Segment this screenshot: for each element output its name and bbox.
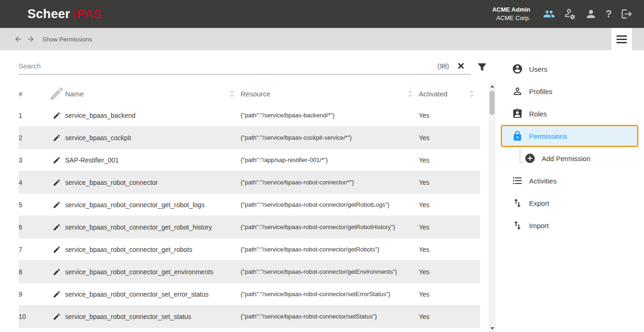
permission-resource: {"path":"/service/bpaas-backend/*"} xyxy=(241,112,419,119)
column-resource[interactable]: Resource xyxy=(241,90,419,98)
edit-icon[interactable] xyxy=(53,290,61,298)
permission-resource: {"path":"/service/bpaas-robot-connector/… xyxy=(241,246,419,253)
permissions-table: # Name Resource Activated xyxy=(19,83,480,328)
table-row[interactable]: 4 service_bpaas_robot_connector {"path":… xyxy=(19,171,480,194)
permission-name: service_bpaas_robot_connector xyxy=(65,179,241,186)
permission-activated: Yes xyxy=(419,291,480,298)
permission-resource: {"path":"/service/bpaas-robot-connector/… xyxy=(241,313,419,320)
permission-activated: Yes xyxy=(419,268,480,276)
column-edit xyxy=(48,85,65,102)
sort-icon[interactable] xyxy=(406,90,414,98)
table-row[interactable]: 6 service_bpaas_robot_connector_get_robo… xyxy=(19,216,480,238)
activities-list-icon xyxy=(512,175,523,186)
edit-icon[interactable] xyxy=(53,245,61,254)
add-circle-icon xyxy=(524,153,536,164)
search-input[interactable] xyxy=(19,62,434,70)
edit-icon[interactable] xyxy=(53,223,61,231)
sidebar-label: Roles xyxy=(529,110,547,118)
column-number[interactable]: # xyxy=(19,90,48,98)
sidebar-item-export[interactable]: Export xyxy=(501,192,638,214)
sidebar-item-import[interactable]: Import xyxy=(501,214,638,237)
permission-activated: Yes xyxy=(419,201,480,209)
account-info: ACME Admin ACME Corp. xyxy=(492,6,530,22)
person-icon[interactable] xyxy=(585,8,597,20)
account-name: ACME Admin xyxy=(492,6,530,14)
admin-sidebar: Users Profiles Roles Permissions Add Per… xyxy=(501,50,638,332)
menu-icon[interactable] xyxy=(611,28,632,50)
logout-icon[interactable] xyxy=(621,8,633,20)
brand-mark-icon xyxy=(11,8,24,20)
row-number: 6 xyxy=(19,224,48,231)
edit-icon[interactable] xyxy=(53,312,61,321)
sidebar-label: Add Permission xyxy=(542,155,590,163)
user-settings-icon[interactable] xyxy=(564,8,576,20)
sidebar-item-activities[interactable]: Activities xyxy=(501,169,638,192)
permission-name: service_bpaas_robot_connector_get_robots xyxy=(65,246,241,253)
permission-name: service_bpaas_robot_connector_get_robot_… xyxy=(65,201,241,209)
edit-icon[interactable] xyxy=(53,134,61,142)
scroll-up-icon[interactable] xyxy=(489,83,496,90)
edit-icon[interactable] xyxy=(53,201,61,209)
edit-icon[interactable] xyxy=(53,268,61,276)
brand-logo: Scheer PAS xyxy=(11,7,102,21)
groups-icon[interactable] xyxy=(543,8,555,20)
row-number: 3 xyxy=(19,156,48,164)
forward-icon[interactable] xyxy=(27,35,35,43)
app-header: Scheer PAS ACME Admin ACME Corp. ? xyxy=(0,0,644,28)
edit-header-icon xyxy=(48,85,65,102)
sort-icon[interactable] xyxy=(228,90,236,98)
brand-name: Scheer xyxy=(27,7,70,21)
scroll-down-icon[interactable] xyxy=(489,325,496,332)
table-header: # Name Resource Activated xyxy=(19,83,480,104)
permission-resource: {"path":"/service/bpaas-robot-connector/… xyxy=(241,268,419,275)
permission-resource: {"path":"/service/bpaas-robot-connector/… xyxy=(241,201,419,208)
edit-icon[interactable] xyxy=(53,156,61,164)
table-row[interactable]: 2 service_bpaas_cockpit {"path":"/servic… xyxy=(19,127,480,149)
roles-icon xyxy=(512,108,523,119)
table-row[interactable]: 10 service_bpaas_robot_connector_set_sta… xyxy=(19,305,480,328)
sidebar-item-permissions[interactable]: Permissions xyxy=(501,125,638,147)
brand-suffix: PAS xyxy=(77,7,102,21)
sidebar-item-add-permission[interactable]: Add Permission xyxy=(501,147,638,169)
table-row[interactable]: 5 service_bpaas_robot_connector_get_robo… xyxy=(19,194,480,216)
sidebar-item-profiles[interactable]: Profiles xyxy=(501,80,638,102)
import-icon xyxy=(512,220,523,231)
permission-name: service_bpaas_backend xyxy=(65,112,241,119)
sidebar-label: Activities xyxy=(529,177,557,185)
row-number: 5 xyxy=(19,201,48,209)
breadcrumb-bar: Show Permissions xyxy=(0,28,644,50)
row-number: 4 xyxy=(19,179,48,186)
scrollbar-thumb[interactable] xyxy=(490,91,495,115)
filter-icon[interactable] xyxy=(476,61,488,73)
sidebar-item-users[interactable]: Users xyxy=(501,58,638,80)
permission-activated: Yes xyxy=(419,179,480,186)
permission-name: service_bpaas_robot_connector_set_status xyxy=(65,313,241,320)
table-row[interactable]: 9 service_bpaas_robot_connector_set_erro… xyxy=(19,283,480,305)
row-number: 10 xyxy=(19,313,48,320)
search-bar: (98) xyxy=(19,58,471,75)
help-icon[interactable]: ? xyxy=(606,9,612,19)
edit-icon[interactable] xyxy=(53,111,61,120)
permission-activated: Yes xyxy=(419,313,480,320)
column-name[interactable]: Name xyxy=(65,90,241,98)
back-icon[interactable] xyxy=(14,35,22,43)
sidebar-label: Export xyxy=(529,199,549,207)
row-number: 7 xyxy=(19,246,48,253)
clear-icon[interactable] xyxy=(456,61,465,70)
table-scrollbar[interactable] xyxy=(489,83,496,332)
table-row[interactable]: 3 SAP-Restifier_001 {"path":"/app/sap-re… xyxy=(19,149,480,171)
permission-activated: Yes xyxy=(419,112,480,119)
table-row[interactable]: 7 service_bpaas_robot_connector_get_robo… xyxy=(19,238,480,261)
result-count: (98) xyxy=(437,62,449,70)
sidebar-label: Profiles xyxy=(529,88,552,95)
column-activated[interactable]: Activated xyxy=(419,90,480,98)
edit-icon[interactable] xyxy=(53,178,61,187)
permission-name: SAP-Restifier_001 xyxy=(65,156,241,164)
table-row[interactable]: 1 service_bpaas_backend {"path":"/servic… xyxy=(19,104,480,127)
sidebar-item-roles[interactable]: Roles xyxy=(501,102,638,125)
table-row[interactable]: 8 service_bpaas_robot_connector_get_envi… xyxy=(19,261,480,283)
sidebar-label: Permissions xyxy=(529,132,567,140)
permission-activated: Yes xyxy=(419,246,480,253)
sort-icon[interactable] xyxy=(468,90,476,98)
permissions-panel: (98) # Name Resource xyxy=(11,50,495,332)
